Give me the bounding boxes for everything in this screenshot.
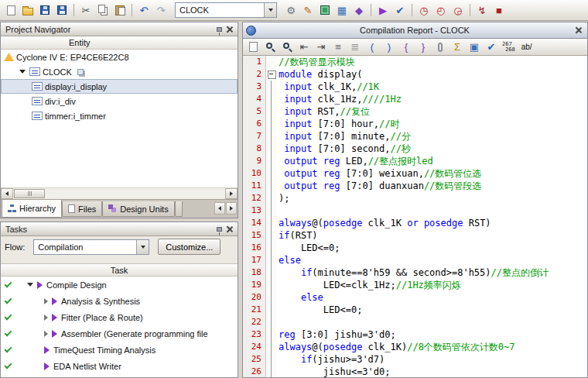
task-expander-icon[interactable] xyxy=(27,283,33,287)
code-line[interactable]: 18 if(minute==8'h59 && second>=8'h55)//整… xyxy=(243,266,587,279)
code-line[interactable]: 9 output reg LED,//整点报时led xyxy=(243,155,587,167)
code-line[interactable]: 6 input [7:0] hour,//时 xyxy=(243,118,587,130)
tasks-close-icon[interactable] xyxy=(224,224,235,234)
code-line[interactable]: 17else xyxy=(243,254,587,266)
new-file-icon[interactable] xyxy=(3,2,19,18)
tab-hierarchy[interactable]: Hierarchy xyxy=(2,200,62,218)
report-close-icon[interactable] xyxy=(573,26,584,36)
stop-icon[interactable]: ■ xyxy=(491,2,507,18)
code-line[interactable]: 3 input clk_1K,//1K xyxy=(243,81,587,93)
code-line[interactable]: 11 output reg [7:0] duanxuan//数码管段选 xyxy=(243,180,587,192)
code-line[interactable]: 10 output reg [7:0] weixuan,//数码管位选 xyxy=(243,167,587,180)
uncomment-icon[interactable]: ≣ xyxy=(347,40,363,55)
code-line[interactable]: 7 input [7:0] minute,//分 xyxy=(243,130,587,143)
scrollbar-left-icon[interactable] xyxy=(1,188,13,199)
save-icon[interactable] xyxy=(37,2,53,18)
tree-item[interactable]: timmer:i_timmer xyxy=(1,108,238,123)
ab-slash-icon[interactable]: ab/ xyxy=(521,43,532,51)
tree-item[interactable]: CLOCK xyxy=(1,64,238,79)
window-icon[interactable]: ▣ xyxy=(467,40,482,55)
match-close-paren-icon[interactable]: ) xyxy=(381,40,397,55)
compilation-report-tab[interactable]: Compilation Report - CLOCK xyxy=(243,22,587,39)
check-syntax-icon[interactable]: ✔ xyxy=(484,40,499,55)
task-row[interactable]: EDA Netlist Writer xyxy=(1,358,238,374)
tab-files[interactable]: Files xyxy=(62,201,102,217)
code-line[interactable]: 23reg [3:0] jishu=3'd0; xyxy=(243,328,587,341)
task-row[interactable]: Assembler (Generate programming file xyxy=(1,325,238,342)
customize-button[interactable]: Customize... xyxy=(158,239,220,255)
clock-summary-icon[interactable]: ◴ xyxy=(433,2,449,18)
save-all-icon[interactable] xyxy=(54,2,70,18)
code-line[interactable]: 13 xyxy=(243,204,587,217)
task-column-header[interactable]: Task xyxy=(1,263,238,277)
code-line[interactable]: 5 input RST,//复位 xyxy=(243,105,587,118)
code-line[interactable]: 2module display( xyxy=(243,68,587,81)
project-combobox[interactable]: CLOCK xyxy=(175,2,277,18)
code-line[interactable]: 26 jishu<=3'd0; xyxy=(243,366,587,377)
code-line[interactable]: 19 LED<=clk_1Hz;//1Hz频率闪烁 xyxy=(243,279,587,291)
paste-icon[interactable] xyxy=(112,2,128,18)
open-file-icon[interactable] xyxy=(20,2,36,18)
sum-icon[interactable]: Σ xyxy=(450,40,465,55)
task-row[interactable]: Compile Design xyxy=(1,277,238,293)
attach-icon[interactable] xyxy=(432,40,448,55)
code-editor[interactable]: 1//数码管显示模块2module display(3 input clk_1K… xyxy=(243,56,587,377)
tab-partial[interactable] xyxy=(175,201,183,217)
next-brace-icon[interactable]: } xyxy=(415,40,431,55)
copy-icon[interactable] xyxy=(95,2,111,18)
tree-expander-icon[interactable] xyxy=(19,70,26,74)
code-line[interactable]: 12); xyxy=(243,192,587,204)
netlist-viewer-icon[interactable]: ▦ xyxy=(334,2,350,18)
task-row[interactable]: Fitter (Place & Route) xyxy=(1,309,238,325)
scrollbar-right-icon[interactable] xyxy=(225,188,238,199)
report-clock-icon[interactable]: ◶ xyxy=(450,2,466,18)
flow-combobox-arrow-icon[interactable] xyxy=(136,240,149,254)
timequest-clock-icon[interactable]: ◷ xyxy=(416,2,432,18)
tab-design-units[interactable]: Design Units xyxy=(102,201,174,217)
undo-icon[interactable]: ↶ xyxy=(136,2,152,18)
close-icon[interactable] xyxy=(224,24,235,34)
code-line[interactable]: 15if(RST) xyxy=(243,229,587,242)
entity-column-header[interactable]: Entity xyxy=(1,36,238,50)
tab-scroll-right-icon[interactable] xyxy=(226,202,237,215)
code-line[interactable]: 1//数码管显示模块 xyxy=(243,56,587,68)
start-compilation-icon[interactable]: ▶ xyxy=(375,2,391,18)
comment-icon[interactable]: ≡ xyxy=(330,40,346,55)
code-line[interactable]: 14always@(posedge clk_1K or posedge RST) xyxy=(243,217,587,229)
flow-combobox[interactable]: Compilation xyxy=(33,239,149,255)
code-line[interactable]: 16 LED<=0; xyxy=(243,242,587,254)
tree-item[interactable]: display:i_display xyxy=(1,79,238,94)
task-expander-icon[interactable] xyxy=(44,314,48,321)
match-open-paren-icon[interactable]: ( xyxy=(364,40,380,55)
scrollbar-thumb[interactable] xyxy=(14,189,45,198)
task-row[interactable]: Analysis & Synthesis xyxy=(1,293,238,309)
settings-icon[interactable]: ⚙ xyxy=(283,2,299,18)
start-analysis-icon[interactable]: ✔ xyxy=(392,2,408,18)
tree-item[interactable]: div:i_div xyxy=(1,94,238,108)
tree-horizontal-scrollbar[interactable] xyxy=(1,187,238,199)
redo-icon[interactable]: ↷ xyxy=(153,2,169,18)
tab-scroll-left-icon[interactable] xyxy=(214,202,225,215)
code-line[interactable]: 4 input clk_1Hz,////1Hz xyxy=(243,93,587,105)
pin-planner-icon[interactable] xyxy=(317,2,333,18)
pin-icon[interactable] xyxy=(214,24,224,34)
code-line[interactable]: 24always@(posedge clk_1K)//8个数码管依次计数0~7 xyxy=(243,341,587,353)
code-line[interactable]: 21 LED<=0; xyxy=(243,304,587,316)
code-line[interactable]: 8 input [7:0] second,//秒 xyxy=(243,143,587,155)
decrease-indent-icon[interactable]: ⇤ xyxy=(296,40,312,55)
task-expander-icon[interactable] xyxy=(44,331,48,337)
increase-indent-icon[interactable]: ⇥ xyxy=(313,40,329,55)
find-replace-icon[interactable] xyxy=(279,40,295,55)
cut-icon[interactable]: ✂ xyxy=(78,2,94,18)
design-assistant-icon[interactable]: ◆ xyxy=(351,2,367,18)
assignment-editor-icon[interactable]: ✎ xyxy=(300,2,316,18)
code-line[interactable]: 22 xyxy=(243,316,587,328)
code-line[interactable]: 20 else xyxy=(243,291,587,304)
fold-collapse-icon[interactable] xyxy=(266,68,276,81)
combobox-arrow-icon[interactable] xyxy=(264,3,276,17)
code-line[interactable]: 25 if(jishu>=3'd7) xyxy=(243,353,587,366)
tree-item[interactable]: Cyclone IV E: EP4CE6E22C8 xyxy=(1,50,238,64)
find-icon[interactable] xyxy=(262,40,278,55)
task-row[interactable]: TimeQuest Timing Analysis xyxy=(1,342,238,358)
new-doc-icon[interactable] xyxy=(245,40,261,55)
